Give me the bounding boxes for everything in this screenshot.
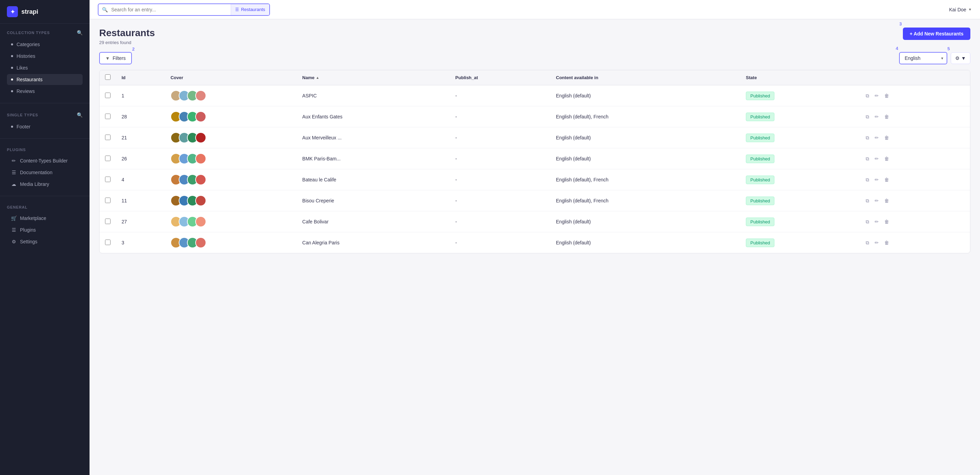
state-column-header[interactable]: State <box>740 70 859 85</box>
delete-button[interactable]: 🗑 <box>883 154 891 163</box>
row-actions: ⧉ ✏ 🗑 <box>859 211 970 232</box>
single-types-header: Single Types 🔍 <box>7 112 83 118</box>
add-new-restaurants-button[interactable]: + Add New Restaurants <box>903 27 970 40</box>
table-row: 27 Cafe Bolivar - English (default) Publ… <box>100 211 970 232</box>
row-checkbox[interactable] <box>105 92 111 98</box>
sidebar-item-documentation[interactable]: ☰ Documentation <box>7 167 83 178</box>
content-available-column-header[interactable]: Content available in <box>550 70 741 85</box>
id-column-header[interactable]: Id <box>116 70 165 85</box>
name-column-header[interactable]: Name ▲ <box>297 70 450 85</box>
strapi-logo-text: strapi <box>21 8 38 16</box>
sidebar-item-histories[interactable]: Histories <box>7 51 83 62</box>
search-input[interactable] <box>111 7 231 13</box>
edit-button[interactable]: ✏ <box>873 113 880 121</box>
duplicate-button[interactable]: ⧉ <box>864 238 870 247</box>
sidebar-item-likes[interactable]: Likes <box>7 62 83 73</box>
duplicate-button[interactable]: ⧉ <box>864 113 870 121</box>
page-title: Restaurants <box>99 27 155 38</box>
delete-button[interactable]: 🗑 <box>883 113 891 121</box>
row-cover <box>165 211 297 232</box>
duplicate-button[interactable]: ⧉ <box>864 218 870 226</box>
sidebar-item-label: Settings <box>20 239 38 245</box>
strapi-logo-icon: ✦ <box>7 6 18 17</box>
sidebar-item-categories[interactable]: Categories <box>7 39 83 50</box>
row-cover <box>165 148 297 169</box>
row-cover <box>165 191 297 211</box>
row-checkbox[interactable] <box>105 240 111 245</box>
status-badge: Published <box>746 113 775 121</box>
row-state: Published <box>740 232 859 253</box>
status-badge: Published <box>746 218 775 226</box>
sidebar: ✦ strapi Collection Types 🔍 Categories H… <box>0 0 89 475</box>
sidebar-item-footer[interactable]: Footer <box>7 121 83 132</box>
status-badge: Published <box>746 154 775 163</box>
edit-button[interactable]: ✏ <box>873 238 880 247</box>
delete-button[interactable]: 🗑 <box>883 176 891 184</box>
delete-button[interactable]: 🗑 <box>883 197 891 205</box>
table-settings-button[interactable]: ⚙ ▼ <box>951 52 970 64</box>
row-content-available: English (default), French <box>550 106 741 127</box>
table-header-row: Id Cover Name ▲ Publish_at <box>100 70 970 85</box>
duplicate-button[interactable]: ⧉ <box>864 176 870 184</box>
sidebar-divider-3 <box>0 196 89 196</box>
sidebar-item-media-library[interactable]: ☁ Media Library <box>7 179 83 190</box>
user-menu[interactable]: Kai Doe ▼ <box>949 7 972 13</box>
sidebar-section-single-types: Single Types 🔍 Footer <box>0 106 89 136</box>
sidebar-item-label: Plugins <box>20 227 36 233</box>
edit-button[interactable]: ✏ <box>873 154 880 163</box>
duplicate-button[interactable]: ⧉ <box>864 133 870 142</box>
doc-icon: ☰ <box>11 170 16 175</box>
edit-button[interactable]: ✏ <box>873 218 880 226</box>
edit-button[interactable]: ✏ <box>873 133 880 142</box>
delete-button[interactable]: 🗑 <box>883 218 891 226</box>
row-cover <box>165 85 297 106</box>
edit-button[interactable]: ✏ <box>873 92 880 100</box>
controls-right: English French ▼ ⚙ ▼ <box>899 52 970 64</box>
sidebar-item-marketplace[interactable]: 🛒 Marketplace <box>7 213 83 224</box>
row-checkbox[interactable] <box>105 114 111 119</box>
language-select[interactable]: English French <box>899 52 947 64</box>
select-all-checkbox[interactable] <box>105 74 111 80</box>
row-content-available: English (default) <box>550 148 741 169</box>
edit-button[interactable]: ✏ <box>873 176 880 184</box>
row-name: BMK Paris-Bam... <box>297 148 450 169</box>
filters-label: Filters <box>113 56 126 61</box>
edit-button[interactable]: ✏ <box>873 197 880 205</box>
row-content-available: English (default), French <box>550 169 741 191</box>
sidebar-item-plugins[interactable]: ☰ Plugins <box>7 224 83 235</box>
table-row: 11 Bisou Creperie - English (default), F… <box>100 191 970 211</box>
sidebar-item-settings[interactable]: ⚙ Settings <box>7 236 83 247</box>
row-checkbox[interactable] <box>105 156 111 161</box>
search-icon: 🔍 <box>99 7 111 13</box>
delete-button[interactable]: 🗑 <box>883 92 891 100</box>
search-tag[interactable]: ☰ Restaurants <box>231 4 269 15</box>
row-publish-at: - <box>450 85 550 106</box>
plugins-header: Plugins <box>7 148 83 152</box>
delete-button[interactable]: 🗑 <box>883 238 891 247</box>
row-name: Aux Enfants Gates <box>297 106 450 127</box>
table-row: 21 Aux Merveilleux ... - English (defaul… <box>100 127 970 148</box>
publish-at-column-header[interactable]: Publish_at <box>450 70 550 85</box>
row-state: Published <box>740 148 859 169</box>
entries-table-wrapper: Id Cover Name ▲ Publish_at <box>99 70 970 253</box>
row-checkbox[interactable] <box>105 198 111 203</box>
row-checkbox[interactable] <box>105 176 111 182</box>
duplicate-button[interactable]: ⧉ <box>864 197 870 205</box>
header: 🔍 ☰ Restaurants Kai Doe ▼ <box>89 0 980 19</box>
sidebar-item-reviews[interactable]: Reviews <box>7 86 83 97</box>
sidebar-item-content-types-builder[interactable]: ✏ Content-Types Builder <box>7 155 83 166</box>
dot-icon <box>11 90 13 92</box>
filters-button[interactable]: ▼ Filters <box>99 52 132 64</box>
single-types-search-icon[interactable]: 🔍 <box>77 112 83 118</box>
row-content-available: English (default) <box>550 85 741 106</box>
duplicate-button[interactable]: ⧉ <box>864 92 870 100</box>
row-checkbox[interactable] <box>105 219 111 224</box>
search-tag-label: Restaurants <box>241 7 265 12</box>
row-checkbox[interactable] <box>105 135 111 140</box>
collection-types-search-icon[interactable]: 🔍 <box>77 30 83 35</box>
duplicate-button[interactable]: ⧉ <box>864 154 870 163</box>
delete-button[interactable]: 🗑 <box>883 133 891 142</box>
sidebar-item-restaurants[interactable]: Restaurants <box>7 74 83 85</box>
search-wrapper: 🔍 ☰ Restaurants <box>98 3 270 16</box>
filter-icon: ▼ <box>105 56 110 61</box>
